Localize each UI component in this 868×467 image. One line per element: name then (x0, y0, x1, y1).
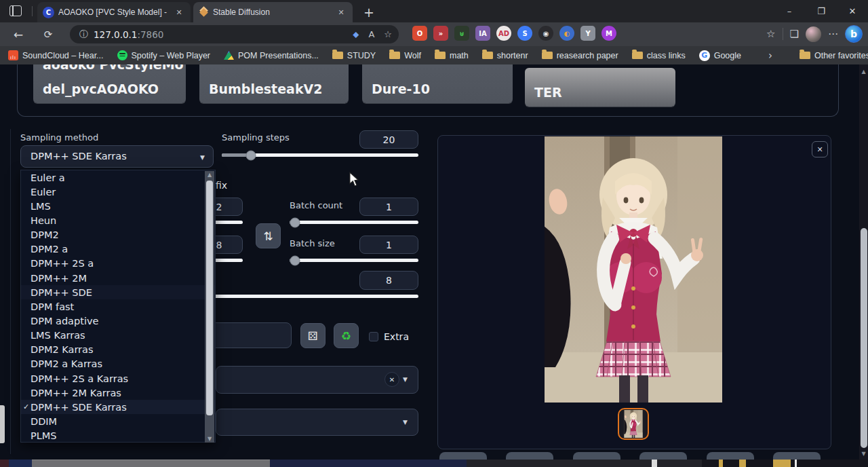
scrollbar-thumb[interactable] (861, 228, 867, 448)
bookmark-item[interactable]: Wolf (389, 51, 421, 60)
sampling-option[interactable]: DPM2 a (21, 242, 215, 257)
output-action-button[interactable] (506, 452, 553, 460)
ext-adblock-icon[interactable]: AD (496, 26, 511, 41)
ext-fastforward-icon[interactable]: » (433, 26, 448, 41)
close-image-button[interactable]: ✕ (812, 141, 828, 157)
sampling-steps-input[interactable]: 20 (359, 130, 418, 149)
scroll-up-icon[interactable]: ▲ (205, 172, 214, 178)
scroll-up-icon[interactable]: ▲ (859, 69, 868, 75)
batch-size-input[interactable]: 1 (359, 236, 418, 254)
sampling-option[interactable]: ✓DPM++ SDE Karras (21, 400, 215, 414)
profile-avatar[interactable] (806, 26, 821, 42)
sampling-option[interactable]: Heun (21, 213, 215, 227)
tag-icon[interactable]: ⬥ (353, 29, 359, 40)
chevron-down-icon[interactable]: ▼ (403, 376, 408, 383)
bookmark-item[interactable]: Spotify – Web Player (117, 50, 211, 60)
slider-thumb[interactable] (290, 255, 300, 265)
output-action-button[interactable] (773, 452, 821, 460)
sampling-option[interactable]: DPM adaptive (21, 314, 215, 328)
new-tab-button[interactable]: + (361, 4, 377, 20)
sampling-steps-slider[interactable] (222, 153, 418, 157)
generated-image[interactable] (545, 136, 722, 403)
checkpoint-card[interactable]: aoaoko PvcStyleModel_pvcAOAOKO (33, 64, 186, 103)
scroll-down-icon[interactable]: ▼ (205, 436, 214, 442)
output-action-button[interactable] (439, 452, 487, 460)
bookmark-item[interactable]: class links (632, 51, 686, 60)
scrollbar-thumb[interactable] (206, 181, 213, 415)
output-action-button[interactable] (707, 452, 754, 460)
batch-count-input[interactable]: 1 (359, 198, 418, 216)
tab-close-icon[interactable]: ✕ (173, 6, 185, 18)
sampling-method-select[interactable]: DPM++ SDE Karras ▼ (20, 145, 214, 168)
window-restore-button[interactable]: ❐ (806, 0, 837, 22)
bookmark-item[interactable]: POM Presentations... (224, 51, 319, 60)
collections-add-icon[interactable]: ❏ (790, 28, 799, 40)
bookmark-item[interactable]: STUDY (332, 51, 376, 60)
sampling-option[interactable]: DPM++ 2S a Karras (21, 371, 215, 386)
clear-styles-icon[interactable]: ✕ (384, 372, 399, 387)
ext-globe-icon[interactable]: ◐ (559, 26, 574, 41)
chevron-down-icon[interactable]: ▼ (403, 419, 408, 426)
tab-aoaoko[interactable]: C AOAOKO [PVC Style Model] - PV ✕ (37, 2, 191, 22)
site-info-icon[interactable]: ⓘ (79, 29, 88, 41)
read-aloud-icon[interactable]: A (368, 29, 374, 39)
slider-thumb[interactable] (290, 217, 300, 227)
ext-trash-icon[interactable]: ⊎ (454, 26, 469, 41)
sampling-option[interactable]: LMS Karras (21, 329, 215, 343)
sampling-option[interactable]: DPM++ 2M (21, 271, 215, 285)
workspaces-icon[interactable] (9, 5, 22, 16)
back-button[interactable]: ← (9, 25, 28, 44)
dropdown-scrollbar[interactable]: ▲ ▼ (205, 171, 214, 443)
sampling-option[interactable]: DPM2 a Karras (21, 357, 215, 371)
bookmark-item[interactable]: reasearch paper (542, 51, 618, 60)
refresh-button[interactable]: ⟳ (39, 25, 58, 44)
sampling-option[interactable]: DPM++ 2M Karras (21, 386, 215, 400)
sampling-option[interactable]: DPM2 (21, 228, 215, 242)
ext-ia-icon[interactable]: IA (475, 26, 490, 41)
sampling-option[interactable]: Euler a (21, 170, 215, 185)
sampling-option[interactable]: DPM++ SDE (21, 285, 215, 299)
ext-shazam-icon[interactable]: S (517, 26, 532, 41)
scroll-down-icon[interactable]: ▼ (859, 451, 868, 457)
reuse-seed-recycle-button[interactable]: ♻ (334, 323, 359, 348)
horizontal-scrollbar-thumb[interactable] (32, 460, 270, 467)
sampling-option[interactable]: LMS (21, 199, 215, 213)
gallery-thumbnail[interactable] (618, 408, 649, 440)
checkpoint-card[interactable]: TER (525, 68, 675, 107)
address-bar[interactable]: ⓘ 127.0.0.1 :7860 ⬥ A ☆ (70, 25, 399, 43)
bookmarks-overflow-icon[interactable]: › (768, 50, 772, 62)
sampling-option[interactable]: PLMS (21, 429, 215, 443)
checkpoint-card[interactable]: Dure-10 (362, 64, 513, 103)
batch-count-slider[interactable] (290, 221, 418, 224)
extra-checkbox[interactable] (369, 332, 378, 341)
sampling-option[interactable]: DPM fast (21, 299, 215, 314)
output-action-button[interactable] (573, 452, 620, 460)
sampling-option[interactable]: Euler (21, 185, 215, 199)
ext-y-icon[interactable]: Y (580, 26, 595, 41)
other-favorites[interactable]: Other favorites (800, 51, 868, 60)
batch-size-slider[interactable] (290, 259, 418, 262)
cfg-scale-input[interactable]: 8 (359, 271, 418, 290)
window-close-button[interactable]: ✕ (837, 0, 868, 22)
sampling-option[interactable]: DPM2 Karras (21, 343, 215, 357)
hires-fix-label[interactable]: fix (216, 180, 227, 191)
output-action-button[interactable] (639, 452, 687, 460)
script-dropdown[interactable] (216, 409, 418, 436)
bing-discover-icon[interactable]: b (845, 25, 863, 43)
collections-star-icon[interactable]: ☆ (766, 28, 775, 40)
tab-close-icon[interactable]: ✕ (335, 6, 347, 18)
swap-dimensions-button[interactable]: ⇅ (256, 223, 281, 248)
sampling-option[interactable]: DPM++ 2S a (21, 257, 215, 271)
sampling-option[interactable]: DDIM (21, 414, 215, 428)
page-scrollbar[interactable]: ▲ ▼ (859, 64, 868, 460)
ext-pin-icon[interactable]: ◉ (538, 26, 553, 41)
cfg-scale-slider[interactable] (183, 295, 418, 298)
bookmark-item[interactable]: GGoogle (699, 50, 741, 61)
slider-thumb[interactable] (246, 150, 256, 160)
checkpoint-card[interactable]: BumblesteakV2 (199, 64, 349, 103)
tab-stable-diffusion[interactable]: Stable Diffusion ✕ (193, 2, 353, 22)
more-menu-icon[interactable]: ⋯ (828, 28, 838, 40)
ext-m-icon[interactable]: M (601, 26, 616, 41)
window-minimize-button[interactable]: – (774, 0, 805, 22)
ext-o-icon[interactable]: O (412, 26, 427, 41)
